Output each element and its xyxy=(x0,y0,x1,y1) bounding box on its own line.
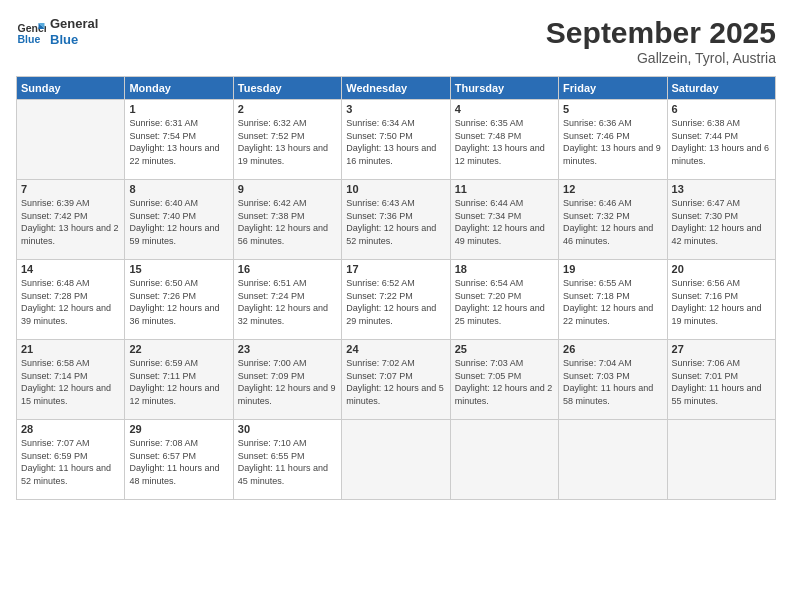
calendar-cell: 12Sunrise: 6:46 AMSunset: 7:32 PMDayligh… xyxy=(559,180,667,260)
day-number: 26 xyxy=(563,343,662,355)
day-number: 14 xyxy=(21,263,120,275)
logo-icon: General Blue xyxy=(16,17,46,47)
column-header-monday: Monday xyxy=(125,77,233,100)
day-number: 11 xyxy=(455,183,554,195)
calendar-cell: 28Sunrise: 7:07 AMSunset: 6:59 PMDayligh… xyxy=(17,420,125,500)
logo-text: General Blue xyxy=(50,16,98,47)
day-number: 29 xyxy=(129,423,228,435)
day-info: Sunrise: 7:08 AMSunset: 6:57 PMDaylight:… xyxy=(129,437,228,487)
calendar-cell: 4Sunrise: 6:35 AMSunset: 7:48 PMDaylight… xyxy=(450,100,558,180)
calendar-week-row: 28Sunrise: 7:07 AMSunset: 6:59 PMDayligh… xyxy=(17,420,776,500)
calendar-table: SundayMondayTuesdayWednesdayThursdayFrid… xyxy=(16,76,776,500)
calendar-cell: 22Sunrise: 6:59 AMSunset: 7:11 PMDayligh… xyxy=(125,340,233,420)
calendar-cell: 17Sunrise: 6:52 AMSunset: 7:22 PMDayligh… xyxy=(342,260,450,340)
calendar-cell: 16Sunrise: 6:51 AMSunset: 7:24 PMDayligh… xyxy=(233,260,341,340)
day-number: 27 xyxy=(672,343,771,355)
calendar-cell xyxy=(450,420,558,500)
calendar-cell: 10Sunrise: 6:43 AMSunset: 7:36 PMDayligh… xyxy=(342,180,450,260)
day-info: Sunrise: 6:55 AMSunset: 7:18 PMDaylight:… xyxy=(563,277,662,327)
day-info: Sunrise: 6:39 AMSunset: 7:42 PMDaylight:… xyxy=(21,197,120,247)
day-number: 17 xyxy=(346,263,445,275)
logo-blue: Blue xyxy=(50,32,98,48)
calendar-cell xyxy=(342,420,450,500)
day-info: Sunrise: 6:42 AMSunset: 7:38 PMDaylight:… xyxy=(238,197,337,247)
calendar-cell: 1Sunrise: 6:31 AMSunset: 7:54 PMDaylight… xyxy=(125,100,233,180)
svg-text:Blue: Blue xyxy=(18,32,41,44)
day-info: Sunrise: 6:51 AMSunset: 7:24 PMDaylight:… xyxy=(238,277,337,327)
header-row: General Blue General Blue September 2025… xyxy=(16,16,776,66)
day-info: Sunrise: 6:35 AMSunset: 7:48 PMDaylight:… xyxy=(455,117,554,167)
calendar-cell: 26Sunrise: 7:04 AMSunset: 7:03 PMDayligh… xyxy=(559,340,667,420)
day-number: 18 xyxy=(455,263,554,275)
column-header-wednesday: Wednesday xyxy=(342,77,450,100)
calendar-cell: 23Sunrise: 7:00 AMSunset: 7:09 PMDayligh… xyxy=(233,340,341,420)
location-subtitle: Gallzein, Tyrol, Austria xyxy=(546,50,776,66)
day-info: Sunrise: 6:40 AMSunset: 7:40 PMDaylight:… xyxy=(129,197,228,247)
calendar-cell: 5Sunrise: 6:36 AMSunset: 7:46 PMDaylight… xyxy=(559,100,667,180)
day-info: Sunrise: 6:31 AMSunset: 7:54 PMDaylight:… xyxy=(129,117,228,167)
calendar-header-row: SundayMondayTuesdayWednesdayThursdayFrid… xyxy=(17,77,776,100)
day-info: Sunrise: 6:56 AMSunset: 7:16 PMDaylight:… xyxy=(672,277,771,327)
calendar-cell: 13Sunrise: 6:47 AMSunset: 7:30 PMDayligh… xyxy=(667,180,775,260)
calendar-cell: 30Sunrise: 7:10 AMSunset: 6:55 PMDayligh… xyxy=(233,420,341,500)
calendar-cell: 11Sunrise: 6:44 AMSunset: 7:34 PMDayligh… xyxy=(450,180,558,260)
logo: General Blue General Blue xyxy=(16,16,98,47)
day-number: 23 xyxy=(238,343,337,355)
day-info: Sunrise: 6:38 AMSunset: 7:44 PMDaylight:… xyxy=(672,117,771,167)
day-number: 2 xyxy=(238,103,337,115)
title-block: September 2025 Gallzein, Tyrol, Austria xyxy=(546,16,776,66)
day-number: 3 xyxy=(346,103,445,115)
day-info: Sunrise: 7:10 AMSunset: 6:55 PMDaylight:… xyxy=(238,437,337,487)
day-number: 30 xyxy=(238,423,337,435)
day-number: 19 xyxy=(563,263,662,275)
calendar-cell: 20Sunrise: 6:56 AMSunset: 7:16 PMDayligh… xyxy=(667,260,775,340)
day-number: 13 xyxy=(672,183,771,195)
calendar-cell: 18Sunrise: 6:54 AMSunset: 7:20 PMDayligh… xyxy=(450,260,558,340)
day-number: 28 xyxy=(21,423,120,435)
day-info: Sunrise: 7:06 AMSunset: 7:01 PMDaylight:… xyxy=(672,357,771,407)
day-number: 6 xyxy=(672,103,771,115)
day-info: Sunrise: 6:54 AMSunset: 7:20 PMDaylight:… xyxy=(455,277,554,327)
day-info: Sunrise: 6:46 AMSunset: 7:32 PMDaylight:… xyxy=(563,197,662,247)
day-number: 16 xyxy=(238,263,337,275)
calendar-week-row: 1Sunrise: 6:31 AMSunset: 7:54 PMDaylight… xyxy=(17,100,776,180)
day-info: Sunrise: 6:50 AMSunset: 7:26 PMDaylight:… xyxy=(129,277,228,327)
day-info: Sunrise: 7:04 AMSunset: 7:03 PMDaylight:… xyxy=(563,357,662,407)
calendar-cell: 2Sunrise: 6:32 AMSunset: 7:52 PMDaylight… xyxy=(233,100,341,180)
column-header-thursday: Thursday xyxy=(450,77,558,100)
day-number: 15 xyxy=(129,263,228,275)
day-info: Sunrise: 7:02 AMSunset: 7:07 PMDaylight:… xyxy=(346,357,445,407)
calendar-cell xyxy=(559,420,667,500)
day-number: 8 xyxy=(129,183,228,195)
calendar-cell: 9Sunrise: 6:42 AMSunset: 7:38 PMDaylight… xyxy=(233,180,341,260)
day-number: 4 xyxy=(455,103,554,115)
calendar-cell: 29Sunrise: 7:08 AMSunset: 6:57 PMDayligh… xyxy=(125,420,233,500)
day-number: 5 xyxy=(563,103,662,115)
day-info: Sunrise: 6:48 AMSunset: 7:28 PMDaylight:… xyxy=(21,277,120,327)
day-number: 24 xyxy=(346,343,445,355)
column-header-tuesday: Tuesday xyxy=(233,77,341,100)
day-info: Sunrise: 7:00 AMSunset: 7:09 PMDaylight:… xyxy=(238,357,337,407)
day-info: Sunrise: 6:47 AMSunset: 7:30 PMDaylight:… xyxy=(672,197,771,247)
calendar-cell: 14Sunrise: 6:48 AMSunset: 7:28 PMDayligh… xyxy=(17,260,125,340)
month-title: September 2025 xyxy=(546,16,776,50)
calendar-cell: 7Sunrise: 6:39 AMSunset: 7:42 PMDaylight… xyxy=(17,180,125,260)
day-number: 25 xyxy=(455,343,554,355)
calendar-cell: 6Sunrise: 6:38 AMSunset: 7:44 PMDaylight… xyxy=(667,100,775,180)
column-header-sunday: Sunday xyxy=(17,77,125,100)
calendar-cell: 21Sunrise: 6:58 AMSunset: 7:14 PMDayligh… xyxy=(17,340,125,420)
column-header-friday: Friday xyxy=(559,77,667,100)
day-number: 9 xyxy=(238,183,337,195)
calendar-week-row: 21Sunrise: 6:58 AMSunset: 7:14 PMDayligh… xyxy=(17,340,776,420)
calendar-cell xyxy=(667,420,775,500)
day-number: 12 xyxy=(563,183,662,195)
day-number: 10 xyxy=(346,183,445,195)
day-number: 22 xyxy=(129,343,228,355)
day-number: 1 xyxy=(129,103,228,115)
calendar-cell: 3Sunrise: 6:34 AMSunset: 7:50 PMDaylight… xyxy=(342,100,450,180)
calendar-cell: 19Sunrise: 6:55 AMSunset: 7:18 PMDayligh… xyxy=(559,260,667,340)
day-number: 20 xyxy=(672,263,771,275)
calendar-week-row: 14Sunrise: 6:48 AMSunset: 7:28 PMDayligh… xyxy=(17,260,776,340)
calendar-cell: 24Sunrise: 7:02 AMSunset: 7:07 PMDayligh… xyxy=(342,340,450,420)
day-info: Sunrise: 7:07 AMSunset: 6:59 PMDaylight:… xyxy=(21,437,120,487)
